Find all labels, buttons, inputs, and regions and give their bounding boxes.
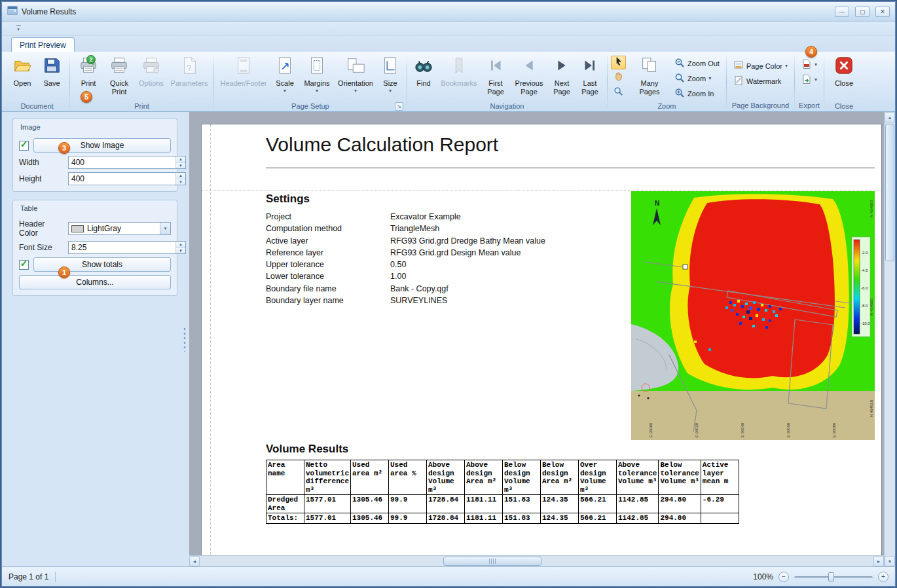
options-button[interactable]: Options [135, 54, 168, 101]
scroll-left-button[interactable]: ◄ [189, 556, 200, 566]
svg-text:-6.0: -6.0 [861, 286, 868, 290]
scroll-down-button[interactable]: ▼ [885, 556, 895, 566]
spin-up-icon[interactable]: ▲ [176, 156, 185, 162]
page-color-icon [733, 60, 744, 72]
previous-page-button[interactable]: Previous Page [511, 54, 547, 101]
zoom-out-status-button[interactable]: − [778, 572, 789, 582]
setting-value: Bank - Copy.qgf [390, 283, 448, 295]
watermark-button[interactable]: Watermark [730, 74, 791, 88]
magnifier-tool-button[interactable] [611, 86, 626, 100]
horizontal-scroll-thumb[interactable] [443, 557, 541, 566]
orientation-button[interactable]: Orientation ▾ [335, 54, 376, 101]
first-page-button[interactable]: First Page [481, 54, 510, 101]
group-label-export: Export [798, 101, 820, 111]
svg-text:E 96080: E 96080 [832, 422, 836, 437]
export-document-button[interactable]: ▾ [798, 58, 820, 71]
report-map-image: N -2.0 -4.0 -6.0 -8.0 -10.0 [631, 191, 875, 440]
annotation-badge-4: 4 [805, 46, 817, 58]
show-image-button[interactable]: Show Image [33, 138, 171, 153]
vertical-scroll-thumb[interactable] [885, 124, 894, 261]
scale-button[interactable]: Scale ▾ [270, 54, 299, 101]
zoom-out-button[interactable]: Zoom Out [671, 56, 723, 70]
image-width-input[interactable] [69, 156, 175, 168]
last-page-button[interactable]: Last Page [576, 54, 604, 101]
results-col-header: Used area % [389, 460, 427, 495]
header-footer-button[interactable]: Header/Footer [217, 54, 270, 101]
page-color-label: Page Color [746, 62, 782, 70]
page-setup-dialog-launcher[interactable]: ↘ [395, 102, 403, 111]
header-color-select[interactable]: LightGray ▾ [68, 222, 171, 235]
show-totals-checkbox[interactable]: ✓ [19, 260, 29, 270]
find-button[interactable]: Find [411, 54, 437, 101]
parameters-button[interactable]: ? Parameters [168, 54, 210, 101]
results-cell: 566.21 [579, 513, 617, 524]
tab-print-preview[interactable]: Print Preview [11, 37, 75, 52]
scroll-right-icon: ► [877, 559, 881, 564]
save-label: Save [43, 79, 60, 88]
page-info: Page 1 of 1 [9, 572, 48, 581]
header-color-dropdown-button[interactable]: ▾ [160, 223, 170, 234]
thumb-grip-icon [489, 559, 496, 564]
spin-down-icon[interactable]: ▼ [176, 248, 185, 254]
print-label: Print [81, 79, 96, 88]
setting-value: Excavator Example [390, 211, 461, 223]
vertical-scrollbar[interactable]: ▲ ▼ [884, 112, 895, 566]
minus-icon: − [782, 573, 786, 580]
margin-guide-vertical [210, 124, 211, 555]
svg-text:-8.0: -8.0 [861, 304, 868, 308]
height-spinner[interactable]: ▲▼ [175, 173, 185, 185]
many-pages-button[interactable]: Many Pages [629, 54, 670, 101]
next-page-button[interactable]: Next Page [548, 54, 576, 101]
size-button[interactable]: Size ▾ [377, 54, 403, 101]
show-image-checkbox[interactable]: ✓ [19, 141, 29, 151]
last-page-icon [580, 56, 600, 78]
margins-button[interactable]: Margins ▾ [300, 54, 334, 101]
setting-value: 1.00 [390, 270, 406, 282]
zoom-button[interactable]: Zoom ▾ [671, 71, 723, 85]
annotation-badge-5: 5 [81, 91, 92, 103]
hand-tool-button[interactable] [611, 71, 626, 84]
columns-button[interactable]: Columns... [19, 275, 171, 289]
settings-section: Settings ProjectExcavator ExampleComputa… [266, 193, 625, 306]
font-size-input[interactable] [69, 242, 175, 253]
results-col-header: Used area m² [351, 460, 389, 495]
pointer-tool-button[interactable] [611, 56, 626, 69]
header-color-swatch [71, 225, 84, 232]
scroll-right-button[interactable]: ► [873, 556, 884, 566]
close-preview-button[interactable]: Close [828, 54, 860, 101]
zoom-in-status-button[interactable]: + [878, 572, 888, 582]
spin-down-icon[interactable]: ▼ [176, 162, 185, 169]
splitter-grip-icon [183, 327, 186, 352]
image-height-input[interactable] [69, 173, 175, 185]
font-size-label: Font Size [19, 243, 64, 252]
chevron-down-icon: ▾ [164, 226, 167, 231]
zoom-in-button[interactable]: Zoom In [671, 86, 723, 100]
zoom-slider-thumb[interactable] [828, 572, 834, 581]
horizontal-scrollbar[interactable]: ◄ ► [189, 555, 884, 566]
width-spinner[interactable]: ▲▼ [175, 156, 185, 168]
save-button[interactable]: Save [37, 54, 66, 101]
preview-area[interactable]: Volume Calculation Report Settings Proje… [189, 112, 884, 555]
bookmarks-button[interactable]: Bookmarks [437, 54, 481, 101]
zoom-label: Zoom [687, 75, 706, 83]
setting-label: Lower tolerance [266, 270, 390, 282]
spin-up-icon[interactable]: ▲ [176, 173, 185, 179]
open-button[interactable]: Open [8, 54, 37, 101]
show-totals-button[interactable]: Show totals [33, 257, 171, 272]
font-size-spinner[interactable]: ▲▼ [175, 242, 185, 253]
bookmarks-label: Bookmarks [441, 79, 477, 88]
zoom-slider[interactable] [794, 572, 873, 581]
close-window-button[interactable]: ✕ [875, 7, 890, 17]
results-col-header: Area name [266, 460, 304, 495]
quick-print-button[interactable]: Quick Print [104, 54, 134, 101]
spin-up-icon[interactable]: ▲ [176, 242, 185, 248]
export-send-button[interactable]: ▾ [798, 73, 820, 86]
ribbon-group-page-background: Page Color ▾ Watermark Page Background [728, 53, 793, 111]
scroll-up-button[interactable]: ▲ [885, 112, 895, 122]
spin-down-icon[interactable]: ▼ [176, 179, 185, 185]
qat-customize-button[interactable]: ▾ [12, 24, 24, 33]
minimize-button[interactable]: — [835, 7, 849, 17]
hand-icon [613, 71, 623, 84]
maximize-button[interactable]: ▢ [855, 7, 870, 17]
page-color-button[interactable]: Page Color ▾ [730, 59, 791, 73]
